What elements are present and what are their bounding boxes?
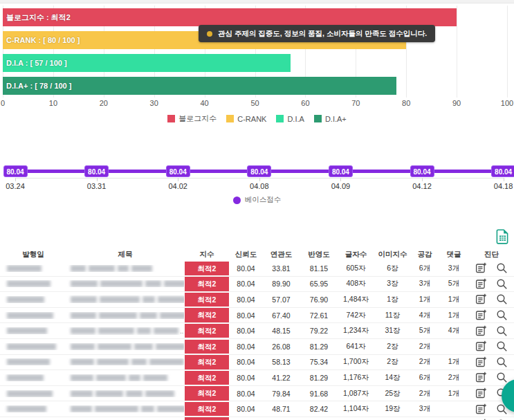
table-row: 최적2 <box>0 417 514 420</box>
inspect-button[interactable] <box>496 340 508 352</box>
memo-add-button[interactable] <box>475 309 487 321</box>
table-row: 최적280.0489.9065.95408자3장3개5개 <box>0 277 514 293</box>
data-point-badge[interactable]: 80.04 <box>3 165 28 177</box>
inspect-button[interactable] <box>496 262 508 274</box>
char-count: 742자 <box>338 311 374 320</box>
image-count: 11장 <box>374 311 411 320</box>
post-title-redacted[interactable] <box>66 280 184 287</box>
post-title-redacted[interactable] <box>66 374 184 381</box>
legend-swatch-icon <box>226 115 234 122</box>
legend-item[interactable]: D.I.A <box>276 113 304 124</box>
magnifier-icon <box>496 278 508 290</box>
post-title-redacted[interactable] <box>66 265 184 272</box>
memo-add-button[interactable] <box>475 403 487 415</box>
relevance-score: 79.84 <box>262 390 300 398</box>
char-count: 1,087자 <box>338 389 374 399</box>
tooltip-text: 관심 주제의 집중도, 정보의 품질, 소비자들의 만족도 점수입니다. <box>218 29 427 39</box>
publish-date-redacted <box>0 312 66 319</box>
gridline <box>507 6 508 98</box>
data-point-badge[interactable]: 80.04 <box>329 165 353 177</box>
grade-badge: 최적2 <box>185 324 229 338</box>
index-cell: 최적2 <box>184 417 230 420</box>
char-count: 605자 <box>338 264 374 273</box>
data-point-badge[interactable]: 80.04 <box>491 165 514 177</box>
magnifier-icon <box>496 356 508 368</box>
bar-dia-plus[interactable]: D.I.A+ : [ 78 / 100 ] <box>3 77 396 95</box>
index-cell: 최적2 <box>184 402 230 417</box>
trust-score: 80.04 <box>230 358 262 366</box>
memo-add-button[interactable] <box>475 262 487 274</box>
table-row: 최적280.0458.1375.341,700자2장2개1개 <box>0 355 514 371</box>
legend-item[interactable]: D.I.A+ <box>314 113 347 124</box>
memo-add-button[interactable] <box>475 293 487 305</box>
index-cell: 최적2 <box>184 340 230 354</box>
excel-export-button[interactable] <box>495 229 510 245</box>
post-title-redacted[interactable] <box>66 390 184 397</box>
inspect-button[interactable] <box>496 293 508 305</box>
inspect-button[interactable] <box>496 372 508 383</box>
like-count: 5개 <box>411 326 439 336</box>
bar-label: D.I.A : [ 57 / 100 ] <box>3 59 67 67</box>
post-title-redacted[interactable]: .. <box>66 327 184 335</box>
inspect-button[interactable] <box>496 309 508 321</box>
memo-add-button[interactable] <box>475 372 487 383</box>
memo-add-button[interactable] <box>475 340 487 352</box>
blog-analytics-page: 블로그지수 : 최적2C-RANK : [ 80 / 100 ]D.I.A : … <box>0 0 514 420</box>
header-col-char-count: 글자수 <box>338 248 374 261</box>
table-row: ..최적280.0457.0776.901,484자1장1개1개 <box>0 292 514 308</box>
grade-badge: 최적2 <box>185 417 229 420</box>
index-cell: 최적2 <box>184 355 230 369</box>
legend-label: C-RANK <box>237 115 266 123</box>
post-title-redacted[interactable] <box>66 312 184 319</box>
like-count: 2개 <box>411 389 439 399</box>
index-cell: 최적2 <box>184 371 230 385</box>
x-tick-label: 20 <box>90 99 118 107</box>
bar-blog-index[interactable]: 블로그지수 : 최적2 <box>3 8 457 26</box>
grade-badge: 최적2 <box>185 340 229 354</box>
title-ellipsis: .. <box>180 327 184 335</box>
relevance-score: 58.13 <box>262 358 300 366</box>
gridline <box>457 6 457 98</box>
memo-add-button[interactable] <box>475 325 487 337</box>
like-count: 3개 <box>411 404 439 414</box>
data-point-badge[interactable]: 80.04 <box>84 165 109 177</box>
x-tick-label: 60 <box>291 99 319 107</box>
reflect-score: 81.29 <box>300 343 338 351</box>
axis-tick <box>178 178 178 181</box>
inspect-button[interactable] <box>496 325 508 337</box>
publish-date-redacted <box>0 374 66 381</box>
memo-add-button[interactable] <box>475 387 487 399</box>
inspect-button[interactable] <box>496 356 508 368</box>
post-title-redacted[interactable]: .. <box>66 295 184 303</box>
legend-item[interactable]: C-RANK <box>226 113 266 124</box>
reflect-score: 82.42 <box>300 405 338 413</box>
memo-add-button[interactable] <box>475 278 487 290</box>
post-title-redacted[interactable] <box>66 358 184 365</box>
memo-add-button[interactable] <box>475 356 487 368</box>
image-count: 31장 <box>374 326 411 336</box>
post-title-redacted[interactable] <box>66 405 184 412</box>
memo-add-icon <box>475 403 487 415</box>
axis-tick <box>259 178 260 181</box>
legend-label: 블로그지수 <box>178 113 217 124</box>
image-count: 14장 <box>374 373 411 383</box>
char-count: 1,234자 <box>338 326 374 336</box>
trust-score: 80.04 <box>230 390 262 398</box>
trust-score: 80.04 <box>230 295 262 304</box>
diagnosis-cell <box>469 325 514 337</box>
data-point-badge[interactable]: 80.04 <box>247 165 271 177</box>
inspect-button[interactable] <box>496 278 508 290</box>
memo-add-icon <box>475 278 487 290</box>
relevance-score: 48.15 <box>262 327 300 335</box>
header-col-diagnosis: 진단 <box>469 248 514 261</box>
legend-item[interactable]: 블로그지수 <box>167 113 217 124</box>
header-col-trust: 신뢰도 <box>230 248 262 261</box>
post-title-redacted[interactable] <box>66 343 184 350</box>
legend-swatch-icon <box>167 115 175 122</box>
diagnosis-cell <box>469 309 514 321</box>
bar-dia[interactable]: D.I.A : [ 57 / 100 ] <box>3 54 291 72</box>
data-point-badge[interactable]: 80.04 <box>166 165 190 177</box>
trust-score: 80.04 <box>230 405 262 413</box>
line-chart-legend[interactable]: 베이스점수 <box>0 195 514 205</box>
data-point-badge[interactable]: 80.04 <box>410 165 434 177</box>
